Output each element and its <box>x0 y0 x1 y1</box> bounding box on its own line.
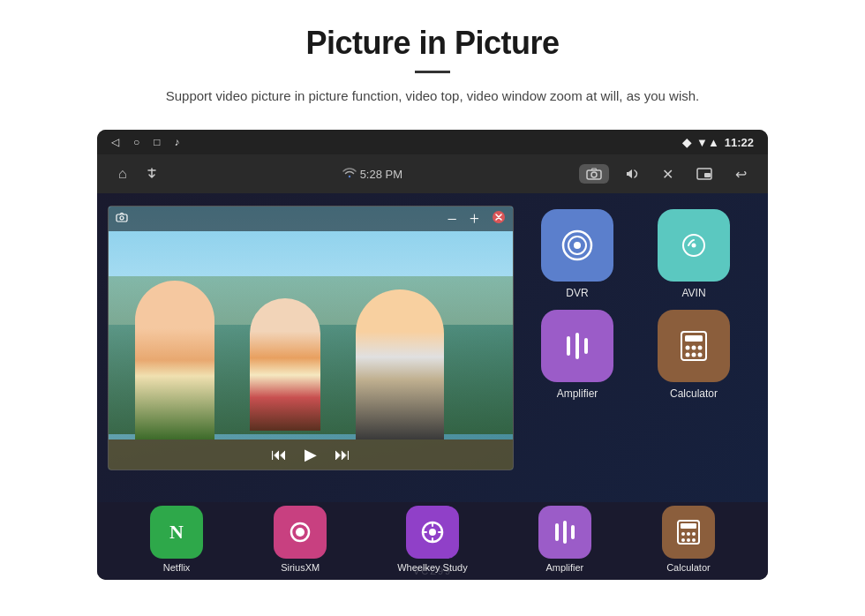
camera-button[interactable] <box>579 164 609 184</box>
title-divider <box>415 71 450 73</box>
back-button[interactable]: ↩ <box>728 162 754 186</box>
svg-point-21 <box>692 353 696 357</box>
calculator-icon[interactable] <box>658 310 730 382</box>
svg-point-17 <box>686 346 690 350</box>
app-amplifier-wrapper: Amplifier <box>524 310 630 400</box>
pip-prev-btn[interactable]: ⏮ <box>271 446 287 464</box>
amplifier-bottom-wrapper: Amplifier <box>538 506 591 573</box>
wheelkey-wrapper: Wheelkey Study <box>397 506 467 573</box>
svg-rect-4 <box>704 173 711 177</box>
pip-window[interactable]: − + ⏮ ▶ ⏭ <box>108 206 514 470</box>
svg-point-34 <box>692 532 696 536</box>
location-icon: ◆ <box>682 136 691 149</box>
wifi-toolbar-icon <box>342 168 357 181</box>
pip-plus-btn[interactable]: + <box>470 209 479 229</box>
watermark: VCZ99 <box>413 566 452 576</box>
home-nav-icon[interactable]: ○ <box>133 136 139 148</box>
svg-point-6 <box>120 216 124 220</box>
svg-rect-29 <box>571 525 575 539</box>
pip-minus-btn[interactable]: − <box>447 209 456 229</box>
calculator-bottom-wrapper: Calculator <box>662 506 715 573</box>
svg-rect-31 <box>681 523 696 529</box>
svg-rect-16 <box>685 335 703 342</box>
calculator-bottom-icon[interactable] <box>662 506 715 559</box>
svg-point-33 <box>687 532 690 536</box>
amplifier-bottom-icon[interactable] <box>538 506 591 559</box>
netflix-wrapper: N Netflix <box>150 506 203 573</box>
svg-point-20 <box>686 353 690 357</box>
status-bar-left: ◁ ○ □ ♪ <box>111 136 180 148</box>
toolbar-time: 5:28 PM <box>360 168 402 181</box>
volume-button[interactable] <box>618 164 646 184</box>
avin-icon[interactable] <box>658 209 730 282</box>
svg-point-18 <box>692 346 696 350</box>
page-subtitle: Support video picture in picture functio… <box>124 86 741 107</box>
dvr-label: DVR <box>566 287 588 299</box>
calculator-bottom-label: Calculator <box>666 562 711 573</box>
app-grid: DVR AVIN <box>514 206 757 403</box>
svg-point-24 <box>296 528 305 537</box>
sirius-label: SiriusXM <box>281 562 320 573</box>
svg-rect-14 <box>584 338 588 354</box>
pip-thumbnail <box>109 207 513 470</box>
app-avin-wrapper: AVIN <box>641 209 747 299</box>
svg-point-2 <box>591 172 597 177</box>
page-header: Picture in Picture Support video picture… <box>0 0 865 117</box>
sirius-wrapper: SiriusXM <box>274 506 327 573</box>
pip-next-btn[interactable]: ⏭ <box>335 446 350 464</box>
pip-button[interactable] <box>689 164 719 184</box>
netflix-app-icon[interactable]: N <box>150 506 203 559</box>
svg-point-22 <box>698 353 703 357</box>
back-nav-icon[interactable]: ◁ <box>111 136 119 148</box>
svg-point-32 <box>681 532 685 536</box>
car-toolbar-right: ✕ ↩ <box>579 162 754 186</box>
close-button[interactable]: ✕ <box>655 162 681 186</box>
svg-rect-13 <box>575 333 579 359</box>
car-toolbar-left: ⌂ <box>111 162 166 185</box>
pip-controls: − + <box>447 209 506 229</box>
svg-point-36 <box>687 538 690 542</box>
svg-rect-12 <box>567 336 570 356</box>
svg-point-10 <box>574 242 581 249</box>
sirius-app-icon[interactable] <box>274 506 327 559</box>
amplifier-bottom-label: Amplifier <box>545 562 583 573</box>
home-button[interactable]: ⌂ <box>111 162 134 185</box>
device-frame: ◁ ○ □ ♪ ◆ ▼▲ 11:22 ⌂ <box>97 130 768 580</box>
pip-close-btn[interactable] <box>492 210 506 228</box>
pip-camera-icon <box>116 212 128 226</box>
pip-play-btn[interactable]: ▶ <box>305 445 317 464</box>
recents-nav-icon[interactable]: □ <box>154 136 160 148</box>
status-bar: ◁ ○ □ ♪ ◆ ▼▲ 11:22 <box>97 130 768 154</box>
app-dvr-wrapper: DVR <box>524 209 630 299</box>
svg-rect-5 <box>117 214 127 222</box>
app-area: − + ⏮ ▶ ⏭ <box>97 193 768 502</box>
app-calculator-wrapper: Calculator <box>641 310 747 400</box>
svg-point-26 <box>429 529 436 536</box>
netflix-label: Netflix <box>163 562 191 573</box>
svg-rect-27 <box>555 523 559 541</box>
wifi-icon: ▼▲ <box>696 136 719 149</box>
status-bar-right: ◆ ▼▲ 11:22 <box>682 136 754 149</box>
car-toolbar-center: 5:28 PM <box>342 168 402 181</box>
svg-point-35 <box>681 538 685 542</box>
calculator-label: Calculator <box>670 387 718 400</box>
music-icon: ♪ <box>175 136 180 148</box>
amplifier-label: Amplifier <box>557 387 598 400</box>
status-time: 11:22 <box>725 136 754 149</box>
avin-label: AVIN <box>681 287 705 299</box>
page-title: Picture in Picture <box>53 25 812 62</box>
dvr-icon[interactable] <box>541 209 613 282</box>
car-toolbar: ⌂ 5:28 PM <box>97 154 768 193</box>
svg-point-37 <box>692 538 696 542</box>
svg-point-0 <box>348 175 350 177</box>
wheelkey-app-icon[interactable] <box>406 506 459 559</box>
pip-top-bar: − + <box>109 207 513 231</box>
svg-rect-28 <box>563 521 567 544</box>
amplifier-icon[interactable] <box>541 310 613 382</box>
usb-button[interactable] <box>138 163 166 184</box>
pip-bottom-bar: ⏮ ▶ ⏭ <box>109 439 513 470</box>
svg-point-19 <box>698 346 703 350</box>
svg-point-11 <box>692 244 696 248</box>
